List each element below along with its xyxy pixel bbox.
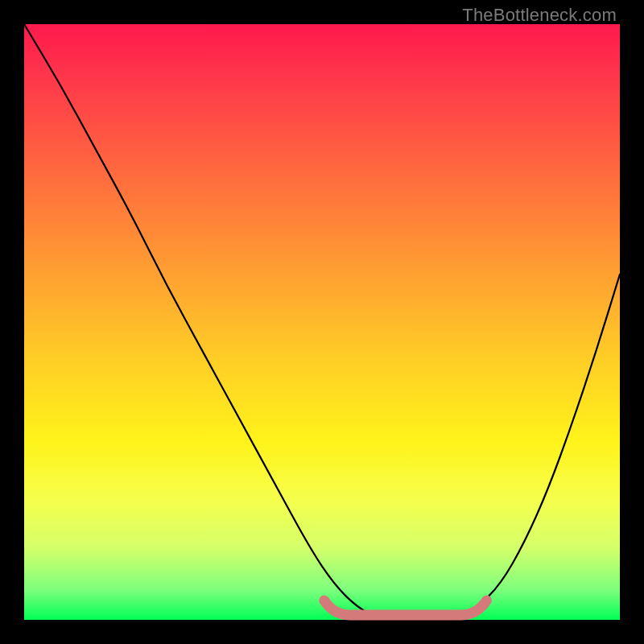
watermark-text: TheBottleneck.com [462,5,617,26]
flat-region-line [324,601,487,615]
bottleneck-curve-svg [24,24,620,620]
chart-frame [24,24,620,620]
bottleneck-curve-path [24,24,620,620]
